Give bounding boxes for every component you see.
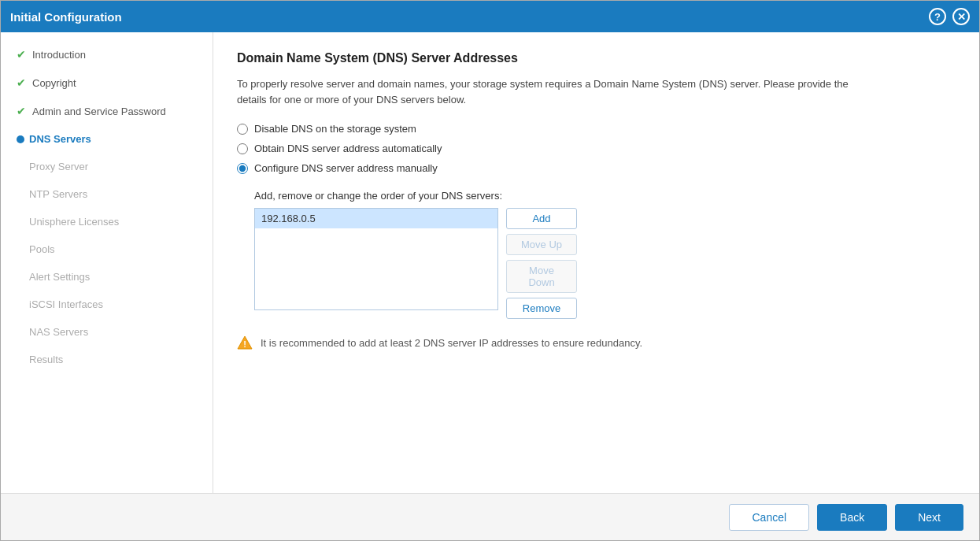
move-up-button[interactable]: Move Up	[506, 234, 577, 255]
warning-text: It is recommended to add at least 2 DNS …	[261, 337, 642, 349]
dns-entry-0[interactable]: 192.168.0.5	[255, 209, 497, 228]
close-button[interactable]: ✕	[952, 8, 970, 25]
sidebar-item-nas-servers[interactable]: NAS Servers	[1, 318, 213, 346]
sidebar-item-unisphere-licenses[interactable]: Unisphere Licenses	[1, 208, 213, 235]
dns-action-buttons: Add Move Up Move Down Remove	[506, 208, 577, 319]
sidebar-label-alerts: Alert Settings	[29, 271, 90, 283]
content-area: ✔ Introduction ✔ Copyright ✔ Admin and S…	[1, 32, 979, 493]
sidebar-label-introduction: Introduction	[32, 49, 86, 61]
sidebar-label-ntp: NTP Servers	[29, 188, 87, 200]
sidebar-item-iscsi-interfaces[interactable]: iSCSI Interfaces	[1, 291, 213, 318]
cancel-button[interactable]: Cancel	[729, 504, 809, 531]
radio-disable-dns[interactable]: Disable DNS on the storage system	[237, 123, 956, 135]
sidebar-item-ntp-servers[interactable]: NTP Servers	[1, 180, 213, 208]
sidebar-item-dns-servers[interactable]: DNS Servers	[1, 125, 213, 153]
sidebar-label-admin: Admin and Service Password	[32, 106, 166, 117]
svg-text:!: !	[243, 339, 246, 349]
radio-configure-manual-input[interactable]	[237, 163, 248, 174]
sidebar-item-pools[interactable]: Pools	[1, 235, 213, 263]
footer: Cancel Back Next	[1, 493, 979, 540]
back-button[interactable]: Back	[817, 504, 887, 531]
sidebar: ✔ Introduction ✔ Copyright ✔ Admin and S…	[1, 32, 213, 493]
radio-obtain-auto[interactable]: Obtain DNS server address automatically	[237, 143, 956, 154]
sidebar-label-proxy: Proxy Server	[29, 161, 88, 172]
sidebar-item-copyright[interactable]: ✔ Copyright	[1, 69, 213, 97]
radio-obtain-auto-input[interactable]	[237, 143, 248, 154]
dns-list-label: Add, remove or change the order of your …	[254, 190, 956, 202]
remove-dns-button[interactable]: Remove	[506, 298, 577, 319]
radio-obtain-auto-label: Obtain DNS server address automatically	[254, 143, 442, 154]
radio-disable-dns-input[interactable]	[237, 124, 248, 135]
sidebar-label-nas: NAS Servers	[29, 326, 88, 338]
next-button[interactable]: Next	[895, 504, 963, 531]
check-icon-copyright: ✔	[17, 76, 26, 89]
section-description: To properly resolve server and domain na…	[237, 76, 851, 107]
check-icon-introduction: ✔	[17, 48, 26, 61]
section-title: Domain Name System (DNS) Server Addresse…	[237, 51, 956, 65]
sidebar-item-alert-settings[interactable]: Alert Settings	[1, 263, 213, 291]
sidebar-label-copyright: Copyright	[32, 77, 76, 89]
dns-list-container: 192.168.0.5 Add Move Up Move Down Remove	[254, 208, 956, 319]
dns-listbox[interactable]: 192.168.0.5	[254, 208, 498, 310]
dns-options-group: Disable DNS on the storage system Obtain…	[237, 123, 956, 174]
dns-list-section: Add, remove or change the order of your …	[254, 190, 956, 319]
warning-box: ! It is recommended to add at least 2 DN…	[237, 335, 956, 350]
sidebar-label-results: Results	[29, 354, 63, 365]
radio-configure-manual[interactable]: Configure DNS server address manually	[237, 162, 956, 174]
radio-disable-dns-label: Disable DNS on the storage system	[254, 123, 416, 135]
dialog-container: Initial Configuration ? ✕ ✔ Introduction…	[0, 0, 980, 541]
check-icon-admin: ✔	[17, 105, 26, 117]
sidebar-item-proxy-server[interactable]: Proxy Server	[1, 153, 213, 180]
sidebar-item-admin-password[interactable]: ✔ Admin and Service Password	[1, 97, 213, 125]
sidebar-label-dns: DNS Servers	[29, 133, 91, 145]
sidebar-label-iscsi: iSCSI Interfaces	[29, 298, 103, 310]
add-dns-button[interactable]: Add	[506, 208, 577, 229]
titlebar: Initial Configuration ? ✕	[1, 1, 979, 32]
dialog-title: Initial Configuration	[10, 10, 122, 24]
move-down-button[interactable]: Move Down	[506, 260, 577, 293]
radio-configure-manual-label: Configure DNS server address manually	[254, 162, 438, 174]
main-panel: Domain Name System (DNS) Server Addresse…	[213, 32, 979, 493]
sidebar-label-unisphere: Unisphere Licenses	[29, 216, 119, 228]
warning-icon: !	[237, 335, 253, 350]
sidebar-label-pools: Pools	[29, 243, 55, 255]
active-bullet	[17, 135, 24, 143]
sidebar-item-introduction[interactable]: ✔ Introduction	[1, 40, 213, 69]
titlebar-icons: ? ✕	[929, 8, 970, 25]
sidebar-item-results[interactable]: Results	[1, 346, 213, 373]
help-button[interactable]: ?	[929, 8, 946, 25]
